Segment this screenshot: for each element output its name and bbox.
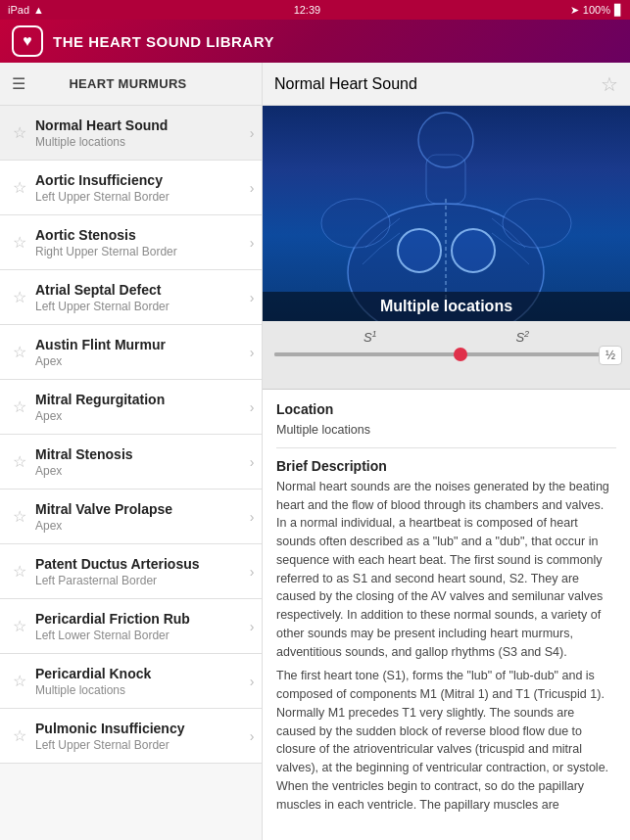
item-text: Normal Heart Sound Multiple locations — [31, 117, 242, 149]
chest-image-area: Multiple locations — [263, 106, 630, 321]
list-item[interactable]: ☆ Pericardial Friction Rub Left Lower St… — [0, 599, 262, 654]
detail-title: Normal Heart Sound — [274, 75, 417, 93]
chevron-right-icon: › — [242, 125, 262, 141]
item-text: Mitral Valve Prolapse Apex — [31, 500, 242, 533]
location-heading: Location — [276, 401, 616, 417]
list-item[interactable]: ☆ Aortic Insufficiency Left Upper Sterna… — [0, 161, 262, 215]
chest-svg — [263, 106, 630, 321]
item-sub: Right Upper Sternal Border — [35, 245, 238, 258]
app-title: THE HEART SOUND LIBRARY — [53, 33, 274, 50]
item-text: Mitral Stenosis Apex — [31, 445, 242, 478]
item-sub: Multiple locations — [35, 683, 238, 697]
list-item[interactable]: ☆ Mitral Valve Prolapse Apex › — [0, 490, 262, 544]
hamburger-icon[interactable]: ☰ — [12, 74, 25, 93]
chevron-right-icon: › — [242, 345, 262, 360]
item-sub: Left Upper Sternal Border — [35, 738, 238, 752]
item-name: Mitral Stenosis — [35, 445, 238, 463]
list-item[interactable]: ☆ Aortic Stenosis Right Upper Sternal Bo… — [0, 215, 262, 270]
location-value: Multiple locations — [276, 421, 616, 440]
s1-label: S1 — [363, 329, 377, 345]
right-panel: Normal Heart Sound ☆ — [263, 63, 630, 840]
item-name: Pericardial Knock — [35, 665, 238, 682]
item-text: Pulmonic Insufficiency Left Upper Sterna… — [31, 720, 242, 752]
progress-thumb[interactable] — [454, 348, 467, 361]
chevron-right-icon: › — [242, 399, 262, 415]
item-sub: Apex — [35, 354, 238, 368]
chevron-right-icon: › — [242, 235, 262, 251]
item-text: Aortic Insufficiency Left Upper Sternal … — [31, 171, 242, 204]
content-area: Location Multiple locations Brief Descri… — [263, 390, 630, 840]
s2-sub: 2 — [524, 329, 529, 339]
item-sub: Left Lower Sternal Border — [35, 629, 238, 642]
divider-1 — [276, 447, 616, 448]
star-icon[interactable]: ☆ — [8, 288, 31, 306]
device-name: iPad — [8, 4, 29, 16]
svg-point-5 — [398, 229, 441, 272]
chevron-right-icon: › — [242, 674, 262, 689]
item-name: Pericardial Friction Rub — [35, 610, 238, 628]
item-name: Atrial Septal Defect — [35, 281, 238, 299]
svg-point-6 — [452, 229, 495, 272]
wifi-icon: ▲ — [33, 4, 44, 16]
star-icon[interactable]: ☆ — [8, 617, 31, 635]
main-layout: ☰ HEART MURMURS ☆ Normal Heart Sound Mul… — [0, 63, 630, 840]
item-text: Austin Flint Murmur Apex — [31, 336, 242, 368]
chevron-right-icon: › — [242, 454, 262, 470]
left-panel: ☰ HEART MURMURS ☆ Normal Heart Sound Mul… — [0, 63, 263, 840]
item-name: Pulmonic Insufficiency — [35, 720, 238, 737]
chevron-right-icon: › — [242, 290, 262, 305]
svg-point-4 — [503, 199, 571, 248]
star-icon[interactable]: ☆ — [8, 397, 31, 416]
star-icon[interactable]: ☆ — [8, 726, 31, 745]
star-icon[interactable]: ☆ — [8, 343, 31, 361]
item-text: Atrial Septal Defect Left Upper Sternal … — [31, 281, 242, 313]
chevron-right-icon: › — [242, 619, 262, 634]
star-icon[interactable]: ☆ — [8, 178, 31, 197]
progress-bar[interactable] — [274, 349, 618, 360]
list-item[interactable]: ☆ Pulmonic Insufficiency Left Upper Ster… — [0, 709, 262, 764]
location-banner: Multiple locations — [263, 292, 630, 321]
list-item[interactable]: ☆ Atrial Septal Defect Left Upper Sterna… — [0, 270, 262, 325]
chest-visualization — [263, 106, 630, 321]
star-icon[interactable]: ☆ — [8, 452, 31, 471]
item-text: Aortic Stenosis Right Upper Sternal Bord… — [31, 226, 242, 258]
list-item[interactable]: ☆ Austin Flint Murmur Apex › — [0, 325, 262, 380]
star-icon[interactable]: ☆ — [8, 672, 31, 690]
app-header: ♥ THE HEART SOUND LIBRARY — [0, 20, 630, 63]
star-icon[interactable]: ☆ — [8, 562, 31, 581]
item-text: Pericardial Knock Multiple locations — [31, 665, 242, 697]
s1-sub: 1 — [372, 329, 377, 339]
star-icon[interactable]: ☆ — [8, 123, 31, 142]
svg-point-2 — [418, 113, 473, 167]
item-sub: Multiple locations — [35, 135, 238, 149]
murmur-list: ☆ Normal Heart Sound Multiple locations … — [0, 106, 262, 840]
brief-description-text1: Normal heart sounds are the noises gener… — [276, 478, 616, 662]
location-icon: ➤ — [570, 4, 579, 17]
item-sub: Left Upper Sternal Border — [35, 300, 238, 313]
star-icon[interactable]: ☆ — [8, 507, 31, 526]
brief-description-heading: Brief Description — [276, 458, 616, 474]
progress-fill — [274, 352, 463, 356]
list-item[interactable]: ☆ Mitral Stenosis Apex › — [0, 435, 262, 490]
item-sub: Apex — [35, 409, 238, 423]
status-bar-right: ➤ 100% ▊ — [570, 4, 622, 17]
right-header: Normal Heart Sound ☆ — [263, 63, 630, 106]
section-title: HEART MURMURS — [69, 76, 186, 91]
item-name: Aortic Stenosis — [35, 226, 238, 244]
app-icon: ♥ — [12, 25, 43, 57]
chevron-right-icon: › — [242, 564, 262, 580]
item-name: Mitral Valve Prolapse — [35, 500, 238, 518]
chevron-right-icon: › — [242, 509, 262, 525]
list-item[interactable]: ☆ Mitral Regurgitation Apex › — [0, 380, 262, 435]
item-text: Mitral Regurgitation Apex — [31, 391, 242, 423]
item-sub: Left Upper Sternal Border — [35, 190, 238, 204]
list-item[interactable]: ☆ Patent Ductus Arteriosus Left Paraster… — [0, 544, 262, 599]
list-item[interactable]: ☆ Normal Heart Sound Multiple locations … — [0, 106, 262, 161]
favorite-icon[interactable]: ☆ — [601, 72, 618, 96]
audio-controls[interactable]: S1 S2 ½ — [263, 321, 630, 390]
half-speed-label[interactable]: ½ — [599, 346, 622, 365]
list-item[interactable]: ☆ Pericardial Knock Multiple locations › — [0, 654, 262, 709]
item-name: Normal Heart Sound — [35, 117, 238, 134]
star-icon[interactable]: ☆ — [8, 233, 31, 252]
s1-s2-labels: S1 S2 — [274, 329, 618, 345]
